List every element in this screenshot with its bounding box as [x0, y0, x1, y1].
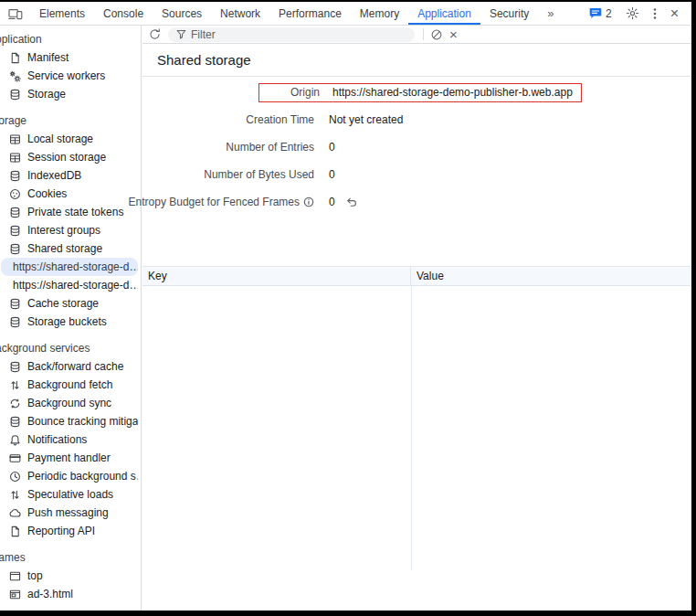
field-label-text: Creation Time	[246, 113, 314, 126]
more-tabs-button[interactable]: »	[538, 2, 564, 25]
sidebar-item-ad-3-html[interactable]: ad-3.html	[1, 585, 138, 603]
sidebar-item-payment-handler[interactable]: Payment handler	[1, 449, 138, 467]
kebab-menu-icon[interactable]	[653, 7, 657, 20]
payment-card-icon	[8, 451, 21, 464]
field-list: Originhttps://shared-storage-demo-publis…	[142, 77, 691, 216]
sidebar-item-manifest[interactable]: Manifest	[1, 48, 138, 67]
sidebar-item-label: Notifications	[27, 433, 87, 446]
tab-application[interactable]: Application	[408, 2, 480, 25]
sidebar-item-background-fetch[interactable]: Background fetch	[1, 376, 138, 394]
sidebar-item-periodic-background-s[interactable]: Periodic background s…	[1, 467, 138, 485]
field-label: Entropy Budget for Fenced Frames	[142, 196, 314, 208]
sidebar-item-label: top	[27, 569, 43, 582]
shared-storage-pane: × Shared storage Originhttps://shared-st…	[142, 26, 691, 611]
sidebar-item-shared-storage[interactable]: Shared storage	[1, 239, 138, 258]
table-icon	[8, 151, 21, 164]
sidebar-item-reporting-api[interactable]: Reporting API	[1, 522, 138, 540]
sidebar-item-label: Private state tokens	[27, 206, 123, 218]
sidebar-item-indexeddb[interactable]: IndexedDB	[1, 166, 138, 185]
key-value-table: KeyValue	[142, 266, 691, 570]
field-row-creation-time: Creation TimeNot yet created	[142, 106, 691, 133]
field-value-text: 0	[329, 141, 335, 154]
sidebar-item-private-state-tokens[interactable]: Private state tokens	[1, 203, 138, 221]
field-label-text: Number of Bytes Used	[204, 168, 314, 181]
window-edge-bottom	[0, 611, 696, 616]
info-icon[interactable]	[303, 196, 314, 207]
sidebar-item-label: Back/forward cache	[27, 360, 123, 373]
sidebar-item-storage[interactable]: Storage	[1, 85, 138, 103]
tab-sources[interactable]: Sources	[153, 2, 211, 25]
reset-budget-icon[interactable]	[346, 196, 358, 207]
sidebar-section-title: Background services	[0, 339, 141, 357]
sidebar-item-label: Shared storage	[27, 242, 102, 255]
sidebar-item-back-forward-cache[interactable]: Back/forward cache	[1, 357, 138, 376]
sidebar-item-push-messaging[interactable]: Push messaging	[1, 504, 138, 522]
sidebar-item-label: Cache storage	[27, 297, 99, 310]
clear-all-icon[interactable]	[430, 28, 443, 41]
sidebar-item-label: Manifest	[27, 51, 69, 64]
sidebar-item-local-storage[interactable]: Local storage	[1, 130, 138, 148]
settings-gear-icon[interactable]	[626, 6, 639, 20]
table-icon	[8, 133, 21, 145]
sidebar-section-storage: StorageLocal storageSession storageIndex…	[0, 112, 141, 331]
sidebar-item-session-storage[interactable]: Session storage	[1, 148, 138, 166]
shared-storage-toolbar: ×	[142, 26, 691, 44]
field-value: 0	[329, 196, 358, 208]
field-value-text: Not yet created	[329, 113, 403, 126]
sidebar-item-background-sync[interactable]: Background sync	[1, 394, 138, 412]
sidebar-item-storage-buckets[interactable]: Storage buckets	[1, 313, 138, 331]
field-label-text: Entropy Budget for Fenced Frames	[129, 196, 300, 208]
sidebar-item-label: Background sync	[27, 397, 111, 409]
tab-security[interactable]: Security	[480, 2, 538, 25]
tab-console[interactable]: Console	[94, 2, 153, 25]
field-value-text: 0	[329, 168, 335, 181]
tab-memory[interactable]: Memory	[351, 2, 408, 25]
tab-network[interactable]: Network	[211, 2, 269, 25]
column-header-key[interactable]: Key	[142, 267, 411, 285]
filter-field[interactable]	[168, 27, 415, 42]
sidebar-item-speculative-loads[interactable]: Speculative loads	[1, 485, 138, 504]
sidebar-section-title: Frames	[0, 548, 141, 567]
sidebar-item-cookies[interactable]: Cookies	[1, 185, 138, 203]
page-title: Shared storage	[142, 44, 691, 77]
tab-elements[interactable]: Elements	[30, 2, 94, 25]
sidebar-item-interest-groups[interactable]: Interest groups	[1, 221, 138, 239]
field-label: Number of Entries	[142, 141, 314, 154]
sidebar-item-notifications[interactable]: Notifications	[1, 430, 138, 449]
table-header-row: KeyValue	[142, 267, 691, 286]
issues-badge[interactable]: 2	[589, 7, 612, 20]
bell-icon	[8, 433, 21, 446]
tabbar-right-controls: 2 ×	[589, 2, 691, 25]
sidebar-item-label: Storage	[27, 88, 66, 101]
filter-funnel-icon	[176, 29, 186, 39]
refresh-icon[interactable]	[148, 27, 162, 41]
toggle-device-toolbar-icon[interactable]	[0, 2, 30, 25]
sidebar-item-label: Periodic background s…	[27, 470, 138, 483]
field-value: 0	[329, 168, 335, 181]
sidebar-section-frames: Framestopad-3.html	[0, 548, 141, 603]
sidebar-item-label: Interest groups	[27, 224, 100, 237]
sidebar-item-cache-storage[interactable]: Cache storage	[1, 294, 138, 313]
database-icon	[8, 360, 21, 373]
arrows-up-down-icon	[8, 488, 21, 501]
sidebar-item-bounce-tracking-mitiga[interactable]: Bounce tracking mitiga…	[1, 412, 138, 430]
filter-input[interactable]	[191, 28, 392, 41]
sidebar-item-label: Push messaging	[27, 506, 109, 519]
sidebar-item-label: Service workers	[27, 69, 105, 82]
sidebar-section-application: ApplicationManifestService workersStorag…	[0, 30, 141, 103]
sidebar-item-top[interactable]: top	[1, 567, 138, 585]
field-value: 0	[329, 141, 335, 154]
sidebar-item-https-shared-storage-d[interactable]: https://shared-storage-d…	[1, 276, 138, 294]
close-devtools-icon[interactable]: ×	[670, 6, 679, 21]
sidebar-item-service-workers[interactable]: Service workers	[1, 67, 138, 85]
clock-icon	[8, 470, 21, 483]
sidebar-item-label: Speculative loads	[27, 488, 113, 501]
field-value-text: https://shared-storage-demo-publisher-b.…	[332, 86, 573, 99]
sidebar-item-https-shared-storage-d[interactable]: https://shared-storage-d…	[1, 258, 138, 276]
sidebar-item-label: Reporting API	[27, 525, 95, 537]
window-edge-right	[691, 0, 696, 616]
origin-highlight-box: Originhttps://shared-storage-demo-publis…	[258, 83, 582, 102]
tab-performance[interactable]: Performance	[269, 2, 351, 25]
toolbar-close-icon[interactable]: ×	[449, 27, 458, 41]
column-header-value[interactable]: Value	[411, 267, 444, 285]
